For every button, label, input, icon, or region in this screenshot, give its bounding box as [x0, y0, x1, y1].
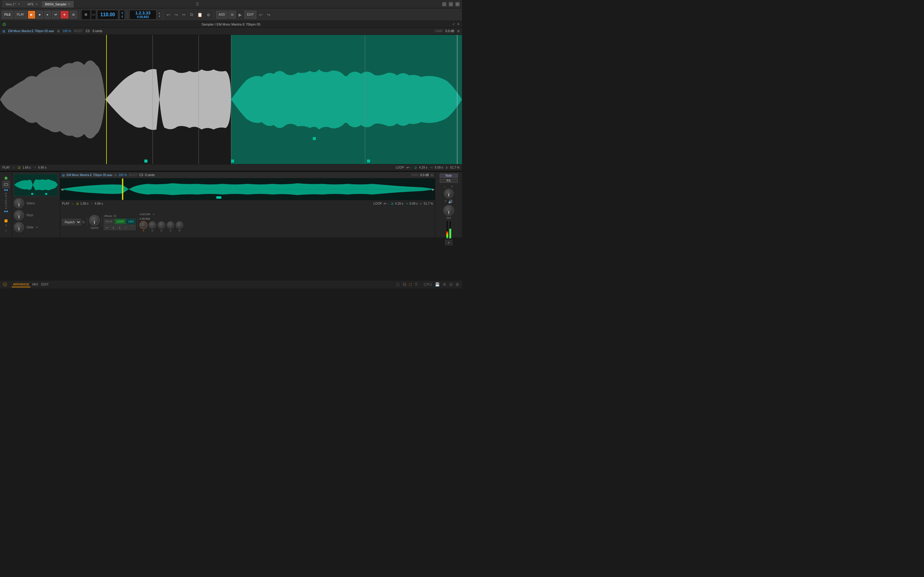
glide-knob[interactable]	[14, 222, 24, 232]
mini-waveform-display[interactable]: ◀ ▶	[60, 179, 435, 200]
loop-toggle[interactable]: ⇄	[52, 11, 59, 19]
warp-btn-3[interactable]: ∧	[117, 225, 123, 230]
wave-scroll-left[interactable]: ◀	[61, 187, 63, 191]
grid-icon[interactable]: ⊞	[81, 10, 90, 19]
minimize-button[interactable]: ─	[442, 2, 446, 6]
ahdsr-arrow[interactable]: →	[152, 212, 155, 216]
play-position[interactable]: 1.68 s	[23, 166, 31, 169]
mini-play-pos[interactable]: 1.68 s	[80, 202, 89, 205]
mini-root[interactable]: C3	[139, 173, 143, 177]
ahdsr-knob-h[interactable]	[149, 221, 157, 229]
grid-icon2[interactable]: ⠿	[5, 224, 7, 227]
repitch-select[interactable]: Repitch	[62, 219, 81, 226]
ahdsr-knob-a[interactable]	[140, 221, 147, 229]
mini-loop-arrows[interactable]: ⇄→	[383, 202, 389, 205]
columns-icon[interactable]: ⊟	[449, 282, 453, 287]
note-button[interactable]: Note	[440, 174, 458, 177]
warp-btn-4[interactable]: ~	[123, 225, 128, 230]
mini-tune[interactable]: 0 cents	[145, 173, 155, 177]
mix-button[interactable]: ⊟	[229, 11, 236, 19]
mini-loop-end[interactable]: 6.09 s	[410, 202, 418, 205]
undo-button[interactable]: ↩	[165, 11, 172, 19]
loop-arrows-icon[interactable]: ⇄→	[406, 166, 412, 169]
sampler-power-dot[interactable]	[5, 177, 8, 180]
speaker-icon[interactable]: 🔊	[448, 200, 453, 204]
mini-grid-icon[interactable]: ⊞	[431, 173, 433, 177]
ahdsr-knob-r[interactable]	[176, 221, 184, 229]
info-icon[interactable]: ⓘ	[3, 282, 7, 287]
pitch-knob[interactable]	[14, 210, 24, 220]
transport-play-button[interactable]: ▶	[28, 11, 35, 19]
select-knob[interactable]	[14, 198, 24, 208]
tab-mpe-close[interactable]: ✕	[36, 3, 38, 6]
expand-icon[interactable]: ⤢	[452, 22, 455, 26]
play-offset-btn[interactable]: PLAY	[104, 219, 114, 224]
tab-new2-close[interactable]: ✕	[18, 3, 20, 6]
tab-new2[interactable]: New 2 * ✕	[2, 1, 23, 8]
settings-icon[interactable]: ⚙	[443, 282, 446, 287]
pan-knob[interactable]	[444, 189, 454, 198]
add-button[interactable]: +	[60, 11, 69, 19]
back-button[interactable]: ↩	[257, 11, 264, 19]
total-length[interactable]: 6.86 s	[38, 166, 46, 169]
play-reverse-icon[interactable]: ↔	[12, 166, 15, 169]
ahdsr-knob-s[interactable]	[166, 221, 174, 229]
tab-bws4[interactable]: BWS4_Sampler ✕	[42, 1, 74, 8]
mini-loop-start[interactable]: 4.29 s	[395, 202, 403, 205]
loop-start[interactable]: 4.29 s	[419, 166, 427, 169]
stop-button[interactable]: ■	[36, 11, 43, 19]
add-track-button[interactable]: ADD	[216, 11, 228, 19]
mini-loop-pct[interactable]: 51.7 %	[424, 202, 433, 205]
box-icon[interactable]: □	[409, 282, 412, 287]
close-panel-icon[interactable]: ✕	[457, 22, 460, 26]
sampler-icon-btn1[interactable]	[2, 181, 10, 188]
waveform-gain[interactable]: 0.0 dB	[446, 29, 454, 33]
footer-tab-arrange[interactable]: ARRANGE	[12, 282, 31, 287]
warp-btn-2[interactable]: ∧	[110, 225, 116, 230]
waveform-tune[interactable]: 0 cents	[93, 29, 102, 33]
edit-button[interactable]: EDIT	[244, 11, 256, 19]
play-button[interactable]: PLAY	[15, 11, 27, 19]
file-button[interactable]: FILE	[2, 11, 13, 19]
question-icon[interactable]: ?	[444, 200, 447, 204]
copy-button[interactable]: ⧉	[189, 11, 195, 19]
tabs-overflow-icon[interactable]: ⠿	[196, 2, 199, 6]
forward-button[interactable]: ↪	[265, 11, 272, 19]
mini-waveform[interactable]	[14, 174, 58, 196]
save-icon[interactable]: 💾	[435, 282, 440, 287]
punch-button[interactable]: ⊞	[70, 11, 77, 19]
bpm-display[interactable]: 110.00	[97, 10, 118, 19]
loop-end[interactable]: 6.09 s	[435, 166, 443, 169]
ahdsr-knob-d[interactable]	[158, 221, 165, 229]
grid-icon-footer[interactable]: ⠿	[415, 282, 418, 287]
paste-button[interactable]: 📋	[196, 11, 204, 19]
node-icon[interactable]: ⬡	[396, 282, 399, 287]
record-button[interactable]: ●	[44, 11, 51, 19]
footer-tab-mix[interactable]: MIX	[31, 282, 39, 287]
ahdsr-freq[interactable]: 2.25 kHz	[140, 217, 184, 220]
position-display[interactable]: 1.2.3.33 0:00.863	[129, 10, 157, 19]
redo-button[interactable]: ↪	[173, 11, 179, 19]
time-sig-display[interactable]: 4 4	[120, 10, 125, 19]
offsets-gear[interactable]: ⚙	[113, 214, 117, 218]
tempo-arrows[interactable]: ▲ ▼	[158, 12, 161, 18]
add-device-button[interactable]: +	[445, 240, 452, 245]
out-knob[interactable]	[443, 205, 454, 216]
fx-button[interactable]: FX	[440, 179, 458, 183]
waveform-zoom[interactable]: 100 %	[63, 29, 71, 33]
mini-zoom[interactable]: 100 %	[118, 173, 127, 177]
duplicate-button[interactable]: ⊕	[205, 11, 212, 19]
mini-gain[interactable]: 0.0 dB	[420, 173, 429, 177]
grid-sync[interactable]	[91, 10, 96, 19]
mini-reverse-icon[interactable]: ↔	[71, 202, 74, 205]
mini-total-len[interactable]: 6.86 s	[95, 202, 103, 205]
maximize-button[interactable]: □	[449, 2, 453, 6]
len-offset-btn[interactable]: LEN	[126, 219, 135, 224]
warp-btn-5[interactable]: ⌒	[129, 225, 136, 230]
power-icon[interactable]: ⏻	[2, 22, 6, 26]
speed-knob[interactable]	[89, 215, 100, 226]
waveform-canvas[interactable]	[0, 35, 462, 164]
link-icon[interactable]: ⛓	[402, 282, 406, 287]
waveform-grid-icon[interactable]: ⊞	[457, 29, 460, 33]
warp-btn-1[interactable]: ↩	[104, 225, 110, 230]
